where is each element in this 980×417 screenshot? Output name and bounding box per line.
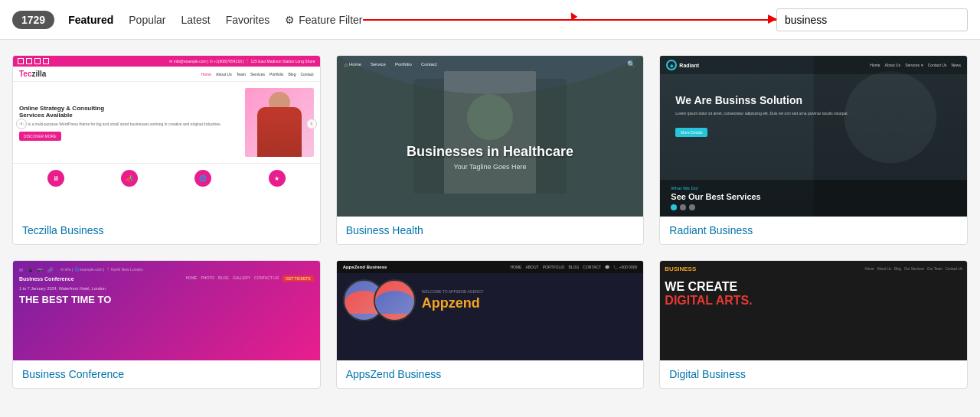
theme-card-appzend[interactable]: AppsZend Business HOMEABOUTPORTFOLIOBLOG… xyxy=(336,260,645,389)
appzend-preview: AppsZend Business HOMEABOUTPORTFOLIOBLOG… xyxy=(337,261,644,360)
arrow-area: ▲ xyxy=(363,19,776,21)
main-nav: Featured Popular Latest Favorites ⚙ Feat… xyxy=(68,14,362,26)
gear-icon: ⚙ xyxy=(285,14,295,26)
nav-featured[interactable]: Featured xyxy=(68,14,113,26)
theme-card-radiant[interactable]: ◈ Radiant Home About Us Services ▾ Conta… xyxy=(659,55,968,245)
theme-card-business-health[interactable]: Home Service Portfolio Contact 🔍 Busines… xyxy=(336,55,645,245)
feature-filter-button[interactable]: ⚙ Feature Filter xyxy=(285,14,362,26)
nav-popular[interactable]: Popular xyxy=(129,14,165,26)
digital-preview: BUSINESS HomeAbout UsBlogOur ServicesOur… xyxy=(660,261,967,360)
appzend-card-title: AppsZend Business xyxy=(337,360,644,388)
theme-card-digital[interactable]: BUSINESS HomeAbout UsBlogOur ServicesOur… xyxy=(659,260,968,389)
search-input[interactable] xyxy=(776,8,968,31)
theme-count-badge: 1729 xyxy=(12,11,54,29)
theme-card-conference[interactable]: ✉📱📷🔗 ✉ info | 🌐 example.com | 📍 North Ne… xyxy=(12,260,321,389)
bhealth-preview: Home Service Portfolio Contact 🔍 Busines… xyxy=(337,56,644,217)
conference-preview: ✉📱📷🔗 ✉ info | 🌐 example.com | 📍 North Ne… xyxy=(13,261,320,360)
nav-favorites[interactable]: Favorites xyxy=(226,14,270,26)
bhealth-card-title: Business Health xyxy=(337,217,644,244)
teczilla-card-title: Teczilla Business xyxy=(13,217,320,244)
conference-card-title: Business Conference xyxy=(13,360,320,388)
radiant-preview: ◈ Radiant Home About Us Services ▾ Conta… xyxy=(660,56,967,217)
teczilla-preview: ✉ info@example.com | ✆ +1(908)7654210 | … xyxy=(13,56,320,217)
radiant-card-title: Radiant Business xyxy=(660,217,967,244)
theme-grid: ✉ info@example.com | ✆ +1(908)7654210 | … xyxy=(0,40,980,404)
header: 1729 Featured Popular Latest Favorites ⚙… xyxy=(0,0,980,40)
digital-card-title: Digital Business xyxy=(660,360,967,388)
nav-latest[interactable]: Latest xyxy=(181,14,211,26)
theme-card-teczilla[interactable]: ✉ info@example.com | ✆ +1(908)7654210 | … xyxy=(12,55,321,245)
